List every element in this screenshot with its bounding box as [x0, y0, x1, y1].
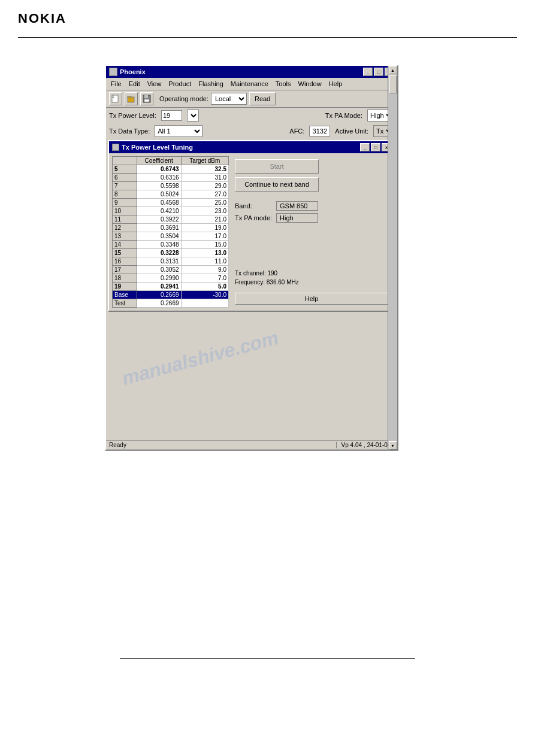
menu-view[interactable]: View	[144, 79, 165, 89]
cell-level: Test	[113, 299, 137, 308]
cell-coefficient: 0.4568	[137, 199, 181, 207]
cell-coefficient: 0.3922	[137, 215, 181, 224]
tuning-title-text: Tx Power Level Tuning	[122, 144, 193, 151]
table-row: 60.631631.0	[113, 174, 229, 182]
table-row: 100.421023.0	[113, 207, 229, 215]
cell-level: 19	[113, 283, 137, 291]
cell-target: 5.0	[181, 283, 228, 291]
menu-help[interactable]: Help	[325, 79, 346, 89]
cell-target: 32.5	[181, 165, 228, 174]
cell-target: 25.0	[181, 199, 228, 207]
tx-power-label: Tx Power Level:	[109, 112, 156, 119]
cell-coefficient: 0.3131	[137, 257, 181, 266]
tx-data-select[interactable]: All 1	[155, 125, 202, 137]
bottom-info: Tx channel: 190 Frequency: 836.60 MHz	[235, 269, 388, 287]
cell-target: 21.0	[181, 215, 228, 224]
tuning-table-area: Coefficient Target dBm 50.674332.560.631…	[112, 156, 229, 308]
cell-target: 11.0	[181, 257, 228, 266]
table-row: Base0.2669-30.0	[113, 291, 229, 299]
scroll-up-button[interactable]: ▲	[389, 66, 397, 74]
table-row: 80.502427.0	[113, 190, 229, 199]
cell-target: 13.0	[181, 249, 228, 257]
tuning-title-group: Tx Power Level Tuning	[112, 144, 193, 151]
svg-rect-6	[144, 95, 148, 98]
menu-tools[interactable]: Tools	[272, 79, 295, 89]
tx-power-row: Tx Power Level: 19 Tx PA Mode: High	[106, 108, 397, 123]
save-button[interactable]	[140, 92, 153, 105]
tuning-window: Tx Power Level Tuning _ □ × Coefficient …	[108, 140, 395, 312]
cell-level: 14	[113, 241, 137, 249]
tuning-data-table: Coefficient Target dBm 50.674332.560.631…	[112, 156, 229, 308]
cell-coefficient: 0.2990	[137, 274, 181, 283]
table-row: 150.322813.0	[113, 249, 229, 257]
table-row: 120.369119.0	[113, 224, 229, 232]
cell-target: 17.0	[181, 232, 228, 241]
tuning-right-panel: Start Continue to next band Band: GSM 85…	[232, 156, 391, 308]
phoenix-window: Phoenix _ □ × File Edit View Product Fla…	[105, 65, 398, 451]
menu-file[interactable]: File	[107, 79, 125, 89]
col-level	[113, 157, 137, 165]
operating-mode-select[interactable]: Local	[211, 93, 247, 105]
continue-to-next-band-button[interactable]: Continue to next band	[235, 177, 319, 192]
svg-rect-7	[144, 99, 149, 102]
table-row: 130.350417.0	[113, 232, 229, 241]
start-button[interactable]: Start	[235, 159, 319, 174]
tuning-maximize-button[interactable]: □	[371, 143, 380, 151]
nokia-logo: NOKIA	[18, 11, 67, 26]
scroll-thumb[interactable]	[389, 75, 397, 93]
table-row: 180.29907.0	[113, 274, 229, 283]
menu-flashing[interactable]: Flashing	[195, 79, 227, 89]
cell-coefficient: 0.3228	[137, 249, 181, 257]
table-row: 190.29415.0	[113, 283, 229, 291]
minimize-button[interactable]: _	[363, 68, 373, 76]
tx-pa-mode-label-inner: Tx PA mode:	[235, 214, 274, 221]
read-button[interactable]: Read	[249, 92, 276, 105]
tx-power-select[interactable]: 19	[187, 110, 199, 122]
cell-level: 9	[113, 199, 137, 207]
open-button[interactable]	[125, 92, 138, 105]
band-label: Band:	[235, 202, 274, 210]
table-row: 90.456825.0	[113, 199, 229, 207]
menu-maintenance[interactable]: Maintenance	[227, 79, 272, 89]
cell-target: 15.0	[181, 241, 228, 249]
afc-input[interactable]	[309, 126, 330, 136]
table-row: 170.30529.0	[113, 266, 229, 274]
status-version: Vp 4.04 , 24-01-03 .	[336, 442, 394, 448]
cell-coefficient: 0.3691	[137, 224, 181, 232]
active-unit-label: Active Unit:	[335, 127, 368, 135]
cell-level: 16	[113, 257, 137, 266]
tx-power-input[interactable]	[161, 110, 182, 121]
col-coefficient: Coefficient	[137, 157, 181, 165]
cell-target	[181, 299, 228, 308]
tuning-minimize-button[interactable]: _	[360, 143, 370, 151]
cell-level: 13	[113, 232, 137, 241]
cell-level: 17	[113, 266, 137, 274]
cell-level: 8	[113, 190, 137, 199]
status-bar: Ready Vp 4.04 , 24-01-03 .	[106, 440, 397, 450]
menu-edit[interactable]: Edit	[125, 79, 144, 89]
band-value: GSM 850	[276, 201, 318, 211]
cell-coefficient: 0.6316	[137, 174, 181, 182]
menu-window[interactable]: Window	[295, 79, 325, 89]
status-text: Ready	[109, 442, 126, 448]
table-row: 140.334815.0	[113, 241, 229, 249]
menu-product[interactable]: Product	[165, 79, 195, 89]
new-button[interactable]	[109, 92, 122, 105]
tx-data-label: Tx Data Type:	[109, 127, 150, 135]
tuning-app-icon	[112, 144, 119, 151]
cell-target: 29.0	[181, 182, 228, 190]
operating-mode-label: Operating mode:	[159, 95, 208, 102]
table-row: 110.392221.0	[113, 215, 229, 224]
cell-target: 19.0	[181, 224, 228, 232]
cell-level: 5	[113, 165, 137, 174]
cell-target: -30.0	[181, 291, 228, 299]
tuning-content: Coefficient Target dBm 50.674332.560.631…	[109, 153, 394, 311]
scroll-down-button[interactable]: ▼	[389, 441, 397, 450]
cell-target: 31.0	[181, 174, 228, 182]
cell-level: 15	[113, 249, 137, 257]
help-button[interactable]: Help	[235, 293, 388, 305]
tx-pa-mode-row: Tx PA mode: High	[235, 213, 388, 223]
cell-coefficient: 0.3348	[137, 241, 181, 249]
cell-target: 7.0	[181, 274, 228, 283]
maximize-button[interactable]: □	[374, 68, 383, 76]
